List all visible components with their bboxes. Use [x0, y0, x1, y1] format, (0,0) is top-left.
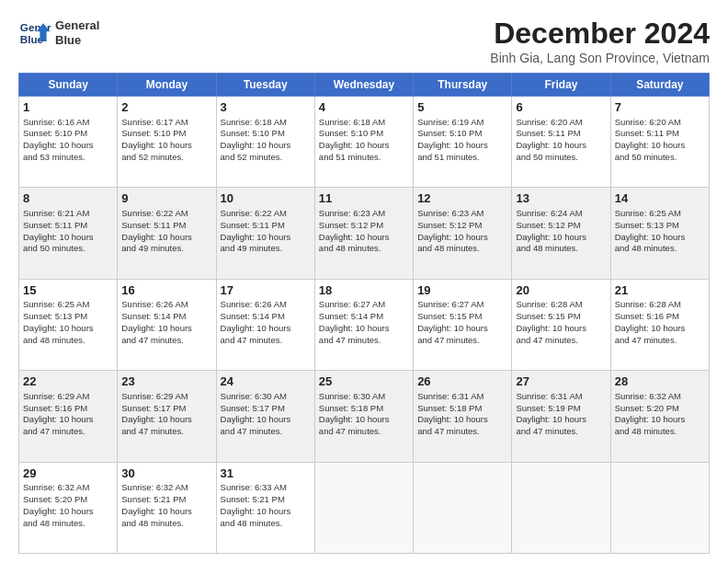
day-info-line: and 47 minutes.: [221, 335, 311, 347]
day-info-line: Daylight: 10 hours: [319, 414, 409, 426]
day-number: 14: [615, 190, 705, 207]
day-info-line: Sunset: 5:11 PM: [221, 220, 311, 232]
calendar-cell: 18Sunrise: 6:27 AMSunset: 5:14 PMDayligh…: [314, 279, 413, 370]
day-number: 2: [121, 99, 211, 116]
day-info-line: and 49 minutes.: [121, 243, 211, 255]
day-info-line: Sunrise: 6:20 AM: [615, 117, 705, 129]
day-info-line: Sunrise: 6:31 AM: [516, 391, 606, 403]
day-info-line: Sunrise: 6:17 AM: [121, 117, 211, 129]
day-info-line: Daylight: 10 hours: [121, 506, 211, 518]
day-info-line: and 48 minutes.: [615, 243, 705, 255]
calendar-cell: 26Sunrise: 6:31 AMSunset: 5:18 PMDayligh…: [414, 371, 512, 462]
day-info-line: Sunset: 5:14 PM: [121, 311, 211, 323]
day-info-line: Sunset: 5:13 PM: [23, 311, 113, 323]
day-info-line: Daylight: 10 hours: [221, 414, 311, 426]
day-info-line: Sunset: 5:14 PM: [319, 311, 409, 323]
calendar-cell: 15Sunrise: 6:25 AMSunset: 5:13 PMDayligh…: [19, 279, 118, 370]
day-info-line: Daylight: 10 hours: [221, 140, 311, 152]
day-info-line: Sunrise: 6:27 AM: [417, 299, 507, 311]
day-info-line: Sunrise: 6:29 AM: [121, 391, 211, 403]
day-number: 28: [615, 373, 705, 390]
calendar-cell: [610, 462, 709, 553]
day-number: 10: [221, 190, 311, 207]
calendar-week-3: 15Sunrise: 6:25 AMSunset: 5:13 PMDayligh…: [19, 279, 710, 370]
day-info-line: Daylight: 10 hours: [23, 506, 113, 518]
calendar-cell: 1Sunrise: 6:16 AMSunset: 5:10 PMDaylight…: [19, 97, 118, 188]
day-info-line: Sunset: 5:10 PM: [23, 128, 113, 140]
day-info-line: Sunset: 5:15 PM: [417, 311, 507, 323]
calendar-cell: 29Sunrise: 6:32 AMSunset: 5:20 PMDayligh…: [19, 462, 118, 553]
day-info-line: Daylight: 10 hours: [417, 414, 507, 426]
day-info-line: Daylight: 10 hours: [516, 414, 606, 426]
day-info-line: Sunrise: 6:29 AM: [23, 391, 113, 403]
calendar-cell: 8Sunrise: 6:21 AMSunset: 5:11 PMDaylight…: [19, 188, 118, 279]
day-info-line: Daylight: 10 hours: [615, 414, 705, 426]
day-info-line: Sunrise: 6:23 AM: [417, 208, 507, 220]
day-info-line: Sunset: 5:12 PM: [319, 220, 409, 232]
month-title: December 2024: [490, 17, 710, 51]
day-info-line: Sunrise: 6:22 AM: [121, 208, 211, 220]
day-info-line: Sunset: 5:15 PM: [516, 311, 606, 323]
day-info-line: Sunset: 5:20 PM: [23, 494, 113, 506]
calendar-cell: 24Sunrise: 6:30 AMSunset: 5:17 PMDayligh…: [216, 371, 314, 462]
day-info-line: Daylight: 10 hours: [516, 140, 606, 152]
calendar-cell: 20Sunrise: 6:28 AMSunset: 5:15 PMDayligh…: [512, 279, 610, 370]
day-info-line: Sunrise: 6:28 AM: [516, 299, 606, 311]
header: General Blue General Blue December 2024 …: [18, 17, 710, 65]
day-header-wednesday: Wednesday: [314, 74, 413, 97]
page: General Blue General Blue December 2024 …: [0, 0, 728, 563]
calendar-cell: 13Sunrise: 6:24 AMSunset: 5:12 PMDayligh…: [512, 188, 610, 279]
day-info-line: Sunrise: 6:19 AM: [417, 117, 507, 129]
calendar-cell: 19Sunrise: 6:27 AMSunset: 5:15 PMDayligh…: [414, 279, 512, 370]
day-number: 25: [319, 373, 409, 390]
day-number: 18: [319, 282, 409, 299]
day-info-line: Daylight: 10 hours: [221, 506, 311, 518]
day-info-line: Sunset: 5:11 PM: [516, 128, 606, 140]
day-info-line: and 51 minutes.: [319, 152, 409, 164]
day-info-line: Sunrise: 6:16 AM: [23, 117, 113, 129]
day-info-line: and 47 minutes.: [23, 426, 113, 438]
day-info-line: and 49 minutes.: [221, 243, 311, 255]
day-info-line: Sunrise: 6:23 AM: [319, 208, 409, 220]
day-header-thursday: Thursday: [414, 74, 512, 97]
day-info-line: and 48 minutes.: [615, 426, 705, 438]
day-info-line: Sunset: 5:17 PM: [221, 403, 311, 415]
day-info-line: Daylight: 10 hours: [23, 323, 113, 335]
calendar-cell: 4Sunrise: 6:18 AMSunset: 5:10 PMDaylight…: [314, 97, 413, 188]
calendar-week-4: 22Sunrise: 6:29 AMSunset: 5:16 PMDayligh…: [19, 371, 710, 462]
day-number: 17: [221, 282, 311, 299]
calendar-cell: 27Sunrise: 6:31 AMSunset: 5:19 PMDayligh…: [512, 371, 610, 462]
svg-text:General: General: [20, 21, 51, 33]
day-info-line: Sunrise: 6:18 AM: [319, 117, 409, 129]
day-info-line: Sunset: 5:21 PM: [221, 494, 311, 506]
day-info-line: and 47 minutes.: [417, 335, 507, 347]
day-info-line: Sunrise: 6:33 AM: [221, 482, 311, 494]
calendar-week-5: 29Sunrise: 6:32 AMSunset: 5:20 PMDayligh…: [19, 462, 710, 553]
calendar-cell: 5Sunrise: 6:19 AMSunset: 5:10 PMDaylight…: [414, 97, 512, 188]
day-info-line: and 48 minutes.: [23, 335, 113, 347]
day-info-line: Sunset: 5:10 PM: [121, 128, 211, 140]
day-number: 27: [516, 373, 606, 390]
day-info-line: and 48 minutes.: [417, 243, 507, 255]
day-info-line: and 50 minutes.: [516, 152, 606, 164]
day-header-sunday: Sunday: [19, 74, 118, 97]
day-number: 22: [23, 373, 113, 390]
day-info-line: Sunrise: 6:25 AM: [23, 299, 113, 311]
subtitle: Binh Gia, Lang Son Province, Vietnam: [490, 51, 710, 65]
day-info-line: and 50 minutes.: [23, 243, 113, 255]
day-info-line: Sunrise: 6:30 AM: [221, 391, 311, 403]
day-info-line: and 48 minutes.: [23, 518, 113, 530]
calendar-table: SundayMondayTuesdayWednesdayThursdayFrid…: [18, 73, 710, 554]
day-info-line: and 47 minutes.: [417, 426, 507, 438]
calendar-cell: [414, 462, 512, 553]
calendar-cell: 12Sunrise: 6:23 AMSunset: 5:12 PMDayligh…: [414, 188, 512, 279]
day-info-line: Sunset: 5:12 PM: [516, 220, 606, 232]
calendar-cell: 10Sunrise: 6:22 AMSunset: 5:11 PMDayligh…: [216, 188, 314, 279]
day-info-line: Sunset: 5:17 PM: [121, 403, 211, 415]
day-info-line: Sunset: 5:12 PM: [417, 220, 507, 232]
day-info-line: Daylight: 10 hours: [121, 323, 211, 335]
day-info-line: Sunrise: 6:30 AM: [319, 391, 409, 403]
day-number: 26: [417, 373, 507, 390]
day-number: 16: [121, 282, 211, 299]
day-info-line: Sunrise: 6:21 AM: [23, 208, 113, 220]
